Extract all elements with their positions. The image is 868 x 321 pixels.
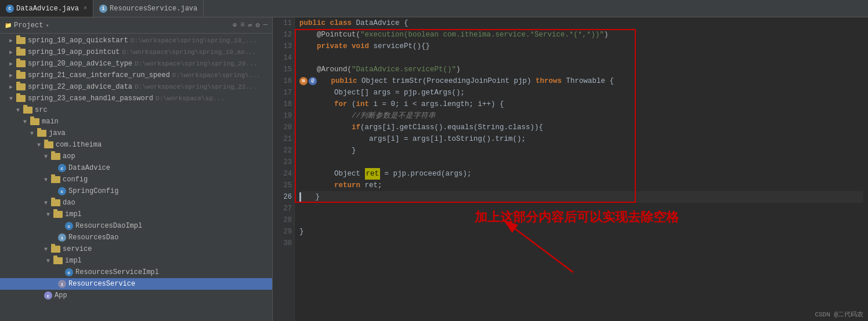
kw-private: private bbox=[317, 41, 348, 52]
line-num-22: 22 bbox=[275, 145, 292, 156]
line-num-20: 20 bbox=[275, 122, 292, 133]
arrow-service bbox=[44, 246, 51, 253]
folder-comitheima bbox=[44, 141, 53, 148]
plain-29: } bbox=[299, 226, 304, 238]
marker-m-16: m bbox=[299, 77, 308, 85]
tab-dataadvice-label: DataAdvice.java bbox=[16, 5, 79, 13]
project-panel: 📁 Project ▾ ⊕ ≡ ⇌ ⚙ — spring_18_aop_quic… bbox=[0, 17, 273, 321]
tree-item-main[interactable]: main bbox=[0, 116, 272, 127]
app-name: App bbox=[55, 291, 67, 300]
line-num-25: 25 bbox=[275, 180, 292, 191]
tree-item-java[interactable]: java bbox=[0, 127, 272, 139]
tree-item-service-impl[interactable]: impl bbox=[0, 255, 272, 267]
folder-aop bbox=[51, 153, 60, 160]
tree-item-dao[interactable]: dao bbox=[0, 197, 272, 209]
tree-item-aop[interactable]: aop bbox=[0, 151, 272, 162]
code-line-22: } bbox=[299, 145, 863, 156]
line-num-11: 11 bbox=[275, 17, 292, 29]
tab-dataadvice-close[interactable]: × bbox=[84, 5, 87, 12]
arrow-aop bbox=[44, 154, 51, 160]
project-tree: spring_18_aop_quickstart D:\workspace\sp… bbox=[0, 34, 272, 321]
header-icons: ⊕ ≡ ⇌ ⚙ — bbox=[233, 21, 267, 30]
plain-20: (args[i].getClass().equals(String.class)… bbox=[360, 122, 543, 133]
folder-main bbox=[30, 118, 39, 125]
tree-item-comitheima[interactable]: com.itheima bbox=[0, 139, 272, 151]
arrow-config bbox=[44, 177, 51, 183]
annotation-pointcut-close: ) bbox=[604, 29, 609, 41]
tree-item-spring19[interactable]: spring_19_aop_pointcut D:\workspace\spri… bbox=[0, 46, 272, 58]
tree-item-app[interactable]: c App bbox=[0, 290, 272, 301]
folder-config bbox=[51, 176, 60, 183]
tree-item-resourcesservice[interactable]: i ResourcesService bbox=[0, 278, 272, 290]
code-line-18: for ( int i = 0; i < args.length; i++) { bbox=[299, 99, 863, 110]
arrow-spring21 bbox=[9, 72, 16, 79]
line-num-12: 12 bbox=[275, 29, 292, 41]
minimize-icon[interactable]: — bbox=[263, 21, 267, 30]
settings-icon[interactable]: ⚙ bbox=[256, 21, 260, 30]
kw-int: int bbox=[356, 99, 370, 110]
code-line-23 bbox=[299, 156, 863, 168]
spring19-name: spring_19_aop_pointcut bbox=[28, 48, 120, 56]
collapse-icon[interactable]: ≡ bbox=[240, 21, 244, 30]
spring20-name: spring_20_aop_advice_type bbox=[28, 60, 132, 68]
tree-item-spring22[interactable]: spring_22_aop_advice_data D:\workspace\s… bbox=[0, 81, 272, 93]
plain-18b: i = 0; i < args.length; i++) { bbox=[369, 99, 504, 110]
arrow-spring18 bbox=[9, 37, 16, 44]
tree-item-spring23[interactable]: spring_23_case_handle_password D:\worksp… bbox=[0, 93, 272, 104]
project-dropdown-icon[interactable]: ▾ bbox=[45, 22, 49, 29]
arrow-main bbox=[23, 119, 30, 125]
tab-i-icon: i bbox=[99, 5, 107, 13]
tree-item-resourcesserviceimpl[interactable]: c ResourcesServiceImpl bbox=[0, 267, 272, 278]
string-around: "DataAdvice.servicePt()" bbox=[352, 64, 456, 75]
kw-public-16: public bbox=[331, 75, 357, 87]
indent-20 bbox=[299, 122, 352, 133]
tree-item-springconfig[interactable]: c SpringConfig bbox=[0, 185, 272, 197]
kw-if: if bbox=[352, 122, 360, 133]
tree-item-spring20[interactable]: spring_20_aop_advice_type D:\workspace\s… bbox=[0, 58, 272, 70]
code-line-15: @Around("DataAdvice.servicePt()") bbox=[299, 64, 863, 75]
highlight-ret: ret bbox=[365, 168, 381, 180]
tree-item-dao-impl[interactable]: impl bbox=[0, 209, 272, 220]
spring23-path: D:\workspace\sp... bbox=[155, 95, 225, 102]
arrow-dao-impl bbox=[46, 211, 53, 218]
tree-item-resourcesdaoimpl[interactable]: c ResourcesDaoImpl bbox=[0, 220, 272, 232]
folder-spring18 bbox=[16, 37, 26, 44]
project-header: 📁 Project ▾ ⊕ ≡ ⇌ ⚙ — bbox=[0, 17, 272, 34]
tree-item-config[interactable]: config bbox=[0, 174, 272, 185]
config-name: config bbox=[63, 176, 88, 184]
tree-item-resourcesdao[interactable]: i ResourcesDao bbox=[0, 232, 272, 243]
project-label: Project bbox=[14, 21, 43, 30]
tab-resourcesservice[interactable]: i ResourcesService.java bbox=[93, 0, 204, 17]
line-num-28: 28 bbox=[275, 214, 292, 226]
code-line-21: args[i] = args[i].toString().trim(); bbox=[299, 133, 863, 145]
code-area[interactable]: public class DataAdvice { @Pointcut("exe… bbox=[295, 17, 868, 321]
plain-25: ret; bbox=[360, 180, 382, 191]
file-c-icon-springconfig: c bbox=[58, 187, 66, 195]
tab-c-icon: c bbox=[6, 5, 14, 13]
java-name: java bbox=[49, 129, 66, 137]
sort-icon[interactable]: ⇌ bbox=[248, 21, 252, 30]
plain-16a: Object trimStr(ProceedingJoinPoint pjp) bbox=[357, 75, 536, 87]
classname: DataAdvice { bbox=[352, 17, 408, 29]
code-line-14 bbox=[299, 52, 863, 64]
cursor-26 bbox=[299, 192, 301, 202]
tree-item-spring21[interactable]: spring_21_case_interface_run_speed D:\wo… bbox=[0, 70, 272, 81]
watermark: CSDN @二代码农 bbox=[815, 310, 863, 319]
tree-item-spring18[interactable]: spring_18_aop_quickstart D:\workspace\sp… bbox=[0, 35, 272, 46]
line-num-14: 14 bbox=[275, 52, 292, 64]
line-num-21: 21 bbox=[275, 133, 292, 145]
tree-item-src[interactable]: src bbox=[0, 104, 272, 116]
code-line-16: m @ public Object trimStr(ProceedingJoin… bbox=[299, 75, 863, 87]
indent-13 bbox=[299, 41, 317, 52]
kw-for: for bbox=[334, 99, 348, 110]
sync-icon[interactable]: ⊕ bbox=[233, 21, 237, 30]
tab-dataadvice[interactable]: c DataAdvice.java × bbox=[0, 0, 93, 17]
tree-item-dataadvice[interactable]: c DataAdvice bbox=[0, 162, 272, 174]
line-num-16: 16 bbox=[275, 75, 292, 87]
folder-spring22 bbox=[16, 83, 26, 90]
kw-return: return bbox=[334, 180, 360, 191]
indent-15 bbox=[299, 64, 317, 75]
code-line-11: public class DataAdvice { bbox=[299, 17, 863, 29]
tree-item-service[interactable]: service bbox=[0, 243, 272, 255]
plain-24a: Object bbox=[299, 168, 365, 180]
